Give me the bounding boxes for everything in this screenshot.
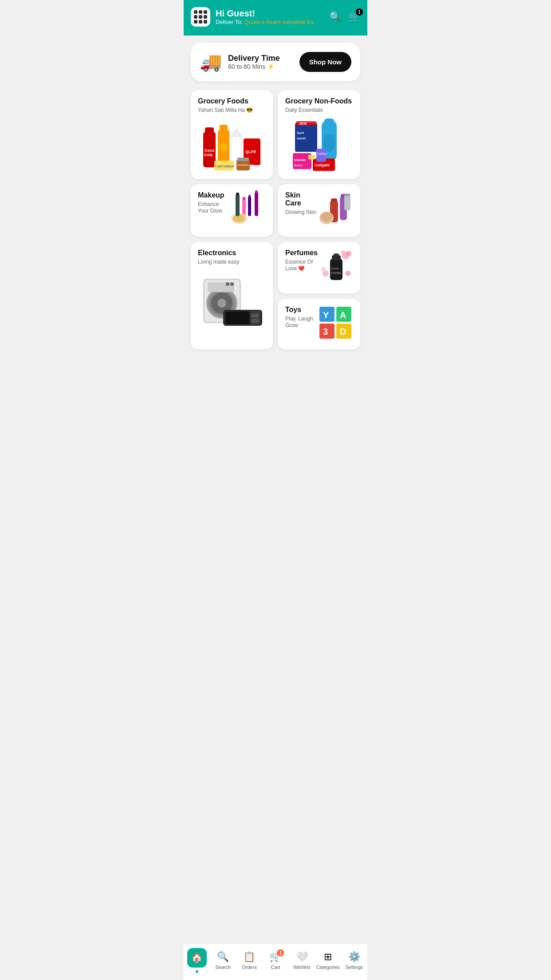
category-card-grocery-nonfoods[interactable]: Grocery Non-Foods Daily Essentials Surf … — [278, 90, 360, 179]
toys-title: Toys — [285, 306, 319, 314]
skincare-title: Skin Care — [285, 191, 318, 207]
search-icon: 🔍 — [217, 951, 229, 963]
nav-item-settings[interactable]: ⚙️ Settings — [341, 951, 367, 970]
skincare-image — [318, 191, 353, 229]
svg-rect-41 — [236, 193, 239, 195]
svg-point-74 — [323, 270, 329, 277]
svg-text:Surf: Surf — [297, 131, 304, 135]
category-card-electronics[interactable]: Electronics Living made easy — [191, 242, 273, 349]
svg-text:QLPE: QLPE — [245, 150, 256, 154]
nav-item-orders[interactable]: 📋 Orders — [236, 951, 262, 970]
electronics-title: Electronics — [198, 249, 266, 257]
grocery-nonfoods-subtitle: Daily Essentials — [285, 107, 353, 114]
svg-text:Coca: Coca — [205, 148, 215, 153]
delivery-address: Deliver To: Quaid e Azam Industrial Es..… — [216, 19, 319, 25]
delivery-left: 🚚 Delivery Time 60 to 80 Mins ⚡ — [200, 51, 280, 72]
svg-rect-22 — [324, 119, 334, 124]
svg-rect-40 — [236, 194, 240, 216]
categories-label: Categories — [316, 964, 340, 970]
svg-rect-32 — [255, 192, 258, 216]
bottom-navigation: 🏠 🔍 Search 📋 Orders 🛒 1 Cart 🤍 Wishlist … — [184, 943, 367, 980]
svg-point-63 — [255, 313, 259, 318]
wishlist-label: Wishlist — [293, 964, 310, 970]
category-grid: Grocery Foods Yahan Sab Milta Ha 😎 Coca … — [191, 90, 360, 349]
svg-rect-56 — [208, 282, 234, 292]
svg-rect-35 — [248, 195, 251, 197]
cart-badge: 1 — [356, 8, 363, 16]
nav-item-home[interactable]: 🏠 — [184, 948, 210, 973]
address-text[interactable]: Quaid e Azam Industrial Es... — [244, 19, 319, 25]
svg-text:Colgate: Colgate — [315, 163, 330, 167]
svg-text:COCO: COCO — [331, 267, 339, 270]
search-label: Search — [215, 964, 231, 970]
svg-point-67 — [346, 251, 351, 256]
category-card-skincare[interactable]: Skin Care Glowing Skin — [278, 184, 360, 237]
svg-text:Y: Y — [323, 310, 329, 320]
svg-rect-31 — [308, 155, 315, 159]
search-icon[interactable]: 🔍 — [329, 11, 341, 23]
svg-text:Softlan: Softlan — [317, 152, 327, 155]
delivery-title: Delivery Time — [228, 54, 280, 63]
svg-rect-34 — [248, 196, 251, 216]
svg-text:excel: excel — [297, 136, 306, 140]
svg-rect-48 — [344, 195, 350, 210]
orders-label: Orders — [242, 964, 257, 970]
delivery-text: Delivery Time 60 to 80 Mins ⚡ — [228, 54, 280, 70]
svg-text:A: A — [340, 310, 346, 320]
main-content: 🚚 Delivery Time 60 to 80 Mins ⚡ Shop Now… — [184, 36, 367, 385]
grocery-foods-image: Coca Cola QLPE I can't believe — [198, 119, 266, 172]
perfumes-subtitle: Essence OfLove ❤️ — [285, 259, 321, 273]
wishlist-icon: 🤍 — [296, 951, 308, 963]
svg-rect-49 — [345, 194, 350, 196]
svg-text:I can't believe: I can't believe — [215, 165, 234, 168]
svg-text:Vanish: Vanish — [294, 158, 306, 162]
svg-rect-29 — [316, 149, 326, 162]
category-card-perfumes[interactable]: Perfumes Essence OfLove ❤️ COCO CHANEL — [278, 242, 360, 293]
nav-item-search[interactable]: 🔍 Search — [210, 951, 236, 970]
nav-item-cart[interactable]: 🛒 1 Cart — [262, 951, 288, 970]
menu-icon[interactable] — [191, 7, 210, 27]
svg-point-55 — [217, 299, 226, 308]
svg-point-58 — [226, 282, 229, 286]
nav-item-categories[interactable]: ⊞ Categories — [315, 951, 341, 970]
orders-icon: 📋 — [243, 951, 255, 963]
category-card-toys[interactable]: Toys Play. Laugh.Grow Y A 3 D — [278, 299, 360, 349]
grocery-foods-title: Grocery Foods — [198, 97, 266, 105]
truck-icon: 🚚 — [200, 51, 222, 72]
settings-label: Settings — [346, 964, 363, 970]
category-card-grocery-foods[interactable]: Grocery Foods Yahan Sab Milta Ha 😎 Coca … — [191, 90, 273, 179]
svg-text:NEW: NEW — [299, 122, 307, 125]
svg-point-75 — [321, 267, 326, 271]
svg-rect-60 — [225, 312, 249, 324]
svg-text:Action: Action — [294, 164, 303, 167]
greeting: Hi Guest! — [216, 8, 319, 19]
svg-text:CHANEL: CHANEL — [331, 272, 342, 274]
skincare-subtitle: Glowing Skin — [285, 209, 318, 216]
delivery-banner: 🚚 Delivery Time 60 to 80 Mins ⚡ Shop Now — [191, 43, 360, 81]
svg-point-76 — [345, 271, 350, 276]
perfumes-text: Perfumes Essence OfLove ❤️ — [285, 249, 321, 273]
svg-rect-36 — [242, 198, 246, 216]
cart-icon[interactable]: 🛒 1 — [348, 11, 360, 23]
shop-now-button[interactable]: Shop Now — [299, 52, 351, 72]
svg-point-57 — [230, 282, 234, 286]
makeup-subtitle: EnhanceYour Glow — [198, 201, 230, 215]
electronics-subtitle: Living made easy — [198, 259, 266, 266]
toys-subtitle: Play. Laugh.Grow — [285, 316, 319, 329]
app-header: Hi Guest! Deliver To: Quaid e Azam Indus… — [184, 0, 367, 36]
cart-nav-icon: 🛒 1 — [269, 951, 281, 963]
svg-rect-14 — [237, 158, 249, 161]
svg-rect-37 — [243, 197, 245, 200]
delivery-subtitle: 60 to 80 Mins ⚡ — [228, 63, 280, 70]
svg-text:3: 3 — [323, 327, 328, 336]
perfumes-image: COCO CHANEL — [321, 249, 353, 286]
header-text: Hi Guest! Deliver To: Quaid e Azam Indus… — [216, 8, 319, 25]
svg-rect-1 — [205, 127, 214, 134]
svg-text:MARMALADE: MARMALADE — [237, 164, 254, 166]
category-card-makeup[interactable]: Makeup EnhanceYour Glow — [191, 184, 273, 237]
cart-nav-badge: 1 — [277, 949, 284, 956]
skincare-text: Skin Care Glowing Skin — [285, 191, 318, 216]
nav-item-wishlist[interactable]: 🤍 Wishlist — [289, 951, 315, 970]
cart-label: Cart — [271, 964, 280, 970]
makeup-image — [230, 190, 266, 229]
